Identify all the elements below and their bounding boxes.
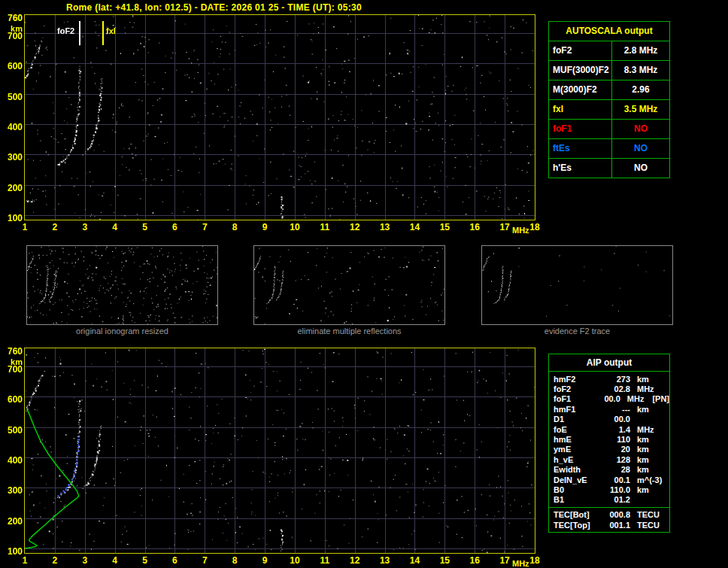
y-axis-unit-bottom: km: [2, 358, 23, 366]
thumbnail-caption-f2-trace: evidence F2 trace: [481, 327, 673, 336]
aip-row-value: 20: [600, 445, 630, 454]
aip-row-value: 00.0: [600, 415, 630, 424]
autoscala-row-label: fxl: [549, 100, 612, 119]
y-tick-600: 600: [2, 62, 23, 71]
aip-row-value: 28: [600, 465, 630, 474]
aip-row-foF1: foF100.0MHz[PN]: [549, 394, 669, 404]
x-tick-2: 2: [49, 223, 61, 232]
y-tick-760: 760: [2, 14, 23, 23]
y-tick-760: 760: [2, 347, 23, 356]
x-tick-15: 15: [438, 223, 450, 232]
aip-row-unit: km: [630, 485, 663, 494]
x-tick-17: 17: [499, 556, 511, 565]
fxi-marker-label: fxl: [106, 27, 116, 35]
aip-row-unit: MHz: [620, 394, 650, 403]
y-tick-200: 200: [2, 517, 23, 526]
aip-row-unit: km: [630, 465, 663, 474]
aip-row-TEC[Bot]: TEC[Bot]000.8TECU: [549, 507, 669, 520]
aip-row-label: TEC[Bot]: [549, 510, 600, 519]
aip-row-unit: km: [630, 445, 663, 454]
aip-table-header: AIP output: [549, 354, 669, 372]
thumbnail-original-ionogram: [26, 245, 218, 325]
y-axis-unit-top: km: [2, 25, 23, 33]
x-tick-5: 5: [139, 556, 151, 565]
aip-row-unit: km: [630, 435, 663, 444]
thumbnail-no-multiples: [253, 245, 445, 325]
x-tick-6: 6: [168, 223, 180, 232]
aip-row-hmE: hmE110km: [549, 434, 669, 444]
aip-row-value: 128: [600, 455, 630, 464]
autoscala-row-label: h'Es: [549, 159, 612, 178]
aip-row-value: 273: [600, 375, 630, 384]
y-tick-500: 500: [2, 93, 23, 102]
autoscala-table-rows: foF22.8 MHzMUF(3000)F28.3 MHzM(3000)F22.…: [549, 41, 669, 178]
aip-row-unit: m^(-3): [630, 475, 663, 484]
aip-row-label: hmE: [549, 435, 600, 444]
autoscala-row-label: foF1: [549, 120, 612, 138]
aip-row-Ewidth: Ewidth28km: [549, 465, 669, 475]
aip-row-B0: B0110.0km: [549, 484, 669, 494]
x-tick-12: 12: [349, 556, 361, 565]
x-tick-18: 18: [529, 223, 541, 232]
aip-row-unit: km: [630, 455, 663, 464]
x-tick-15: 15: [438, 556, 450, 565]
x-tick-5: 5: [139, 223, 151, 232]
x-tick-16: 16: [469, 223, 481, 232]
aip-row-value: 00.1: [600, 475, 630, 484]
aip-row-label: D1: [549, 415, 600, 424]
x-tick-14: 14: [408, 223, 420, 232]
x-tick-13: 13: [379, 556, 391, 565]
x-tick-2: 2: [49, 556, 61, 565]
x-tick-14: 14: [408, 556, 420, 565]
y-tick-600: 600: [2, 395, 23, 404]
aip-row-label: B0: [549, 485, 600, 494]
x-tick-3: 3: [79, 556, 91, 565]
aip-row-unit: MHz: [630, 425, 663, 434]
aip-row-extra: [PN]: [649, 394, 669, 403]
aip-row-label: Ewidth: [549, 465, 600, 474]
x-tick-7: 7: [199, 223, 211, 232]
autoscala-table-header: AUTOSCALA output: [549, 22, 669, 41]
aip-row-label: foF1: [549, 394, 594, 403]
x-tick-1: 1: [19, 556, 31, 565]
aip-row-TEC[Top]: TEC[Top]001.1TECU: [549, 520, 669, 530]
x-tick-4: 4: [109, 556, 121, 565]
thumbnail-f2-trace: [481, 245, 673, 325]
aip-row-foE: foE1.4MHz: [549, 424, 669, 434]
x-tick-11: 11: [319, 223, 331, 232]
autoscala-window: Rome (lat: +41.8, lon: 012.5) - DATE: 20…: [0, 0, 728, 568]
autoscala-row-MUF(3000)F2: MUF(3000)F28.3 MHz: [549, 61, 669, 80]
aip-row-label: B1: [549, 495, 600, 504]
y-tick-300: 300: [2, 486, 23, 495]
aip-row-label: hmF1: [549, 405, 600, 414]
y-tick-500: 500: [2, 426, 23, 435]
y-tick-400: 400: [2, 123, 23, 132]
aip-table-rows: hmF2273kmfoF202.8MHzfoF100.0MHz[PN]hmF1-…: [549, 374, 669, 530]
aip-row-label: ymE: [549, 445, 600, 454]
aip-row-B1: B101.2: [549, 495, 669, 505]
y-tick-200: 200: [2, 184, 23, 193]
thumbnail-f2-trace-canvas: [482, 246, 672, 324]
aip-row-label: foE: [549, 425, 600, 434]
x-tick-1: 1: [19, 223, 31, 232]
aip-row-value: 000.8: [600, 510, 630, 519]
aip-row-label: hmF2: [549, 375, 600, 384]
aip-row-unit: km: [630, 375, 663, 384]
aip-row-value: 02.8: [600, 384, 630, 393]
aip-row-value: ---: [600, 405, 630, 414]
aip-output-table: AIP output hmF2273kmfoF202.8MHzfoF100.0M…: [548, 354, 670, 533]
thumbnail-caption-no-multiples: eliminate multiple reflections: [253, 327, 445, 336]
y-tick-400: 400: [2, 456, 23, 465]
aip-row-h_vE: h_vE128km: [549, 454, 669, 464]
autoscala-row-value: NO: [612, 120, 669, 138]
aip-row-unit: MHz: [630, 384, 663, 393]
autoscala-row-value: NO: [612, 159, 669, 178]
ionogram-aip-canvas: [25, 348, 535, 553]
aip-row-unit: TECU: [630, 510, 663, 519]
autoscala-row-value: 2.8 MHz: [612, 41, 669, 60]
y-tick-100: 100: [2, 214, 23, 223]
autoscala-row-label: MUF(3000)F2: [549, 61, 612, 80]
x-tick-10: 10: [289, 556, 301, 565]
aip-row-hmF2: hmF2273km: [549, 374, 669, 384]
y-tick-100: 100: [2, 547, 23, 556]
